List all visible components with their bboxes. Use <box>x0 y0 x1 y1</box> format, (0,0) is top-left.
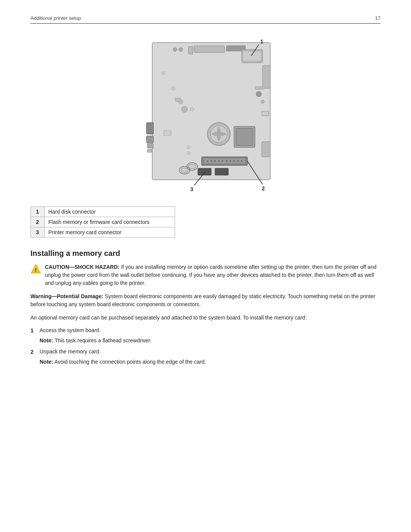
step-number: 1 <box>30 327 40 334</box>
svg-text:2: 2 <box>262 185 265 192</box>
svg-point-27 <box>218 160 220 162</box>
svg-rect-1 <box>194 46 225 53</box>
connector-table-section: 1Hard disk connector2Flash memory or fir… <box>30 206 381 238</box>
section-title: Installing a memory card <box>30 249 381 258</box>
svg-point-26 <box>214 160 216 162</box>
svg-point-37 <box>190 107 194 111</box>
svg-point-24 <box>207 160 208 162</box>
warning-block: Warning—Potential Damage: System board e… <box>30 292 381 308</box>
note-block: Note: Avoid touching the connection poin… <box>40 358 381 366</box>
svg-rect-19 <box>236 128 253 145</box>
row-number: 2 <box>31 217 45 227</box>
note-label: Note: <box>40 337 53 343</box>
table-row: 1Hard disk connector <box>31 207 175 217</box>
svg-point-28 <box>222 160 223 162</box>
page-header: Additional printer setup 17 <box>30 15 381 24</box>
svg-rect-21 <box>215 168 228 175</box>
header-page-number: 17 <box>375 15 381 21</box>
svg-point-36 <box>182 106 188 112</box>
note-text: This task requires a flathead screwdrive… <box>53 337 151 343</box>
step-content: Access the system board. <box>40 327 100 333</box>
row-number: 1 <box>31 207 45 217</box>
header-title: Additional printer setup <box>30 15 81 21</box>
caution-label: CAUTION—SHOCK HAZARD: <box>45 264 119 270</box>
caution-text: CAUTION—SHOCK HAZARD: If you are install… <box>45 263 381 287</box>
svg-point-42 <box>162 72 165 75</box>
step-text: Access the system board. <box>40 327 100 333</box>
svg-rect-9 <box>262 142 270 157</box>
svg-rect-13 <box>147 144 153 148</box>
caution-block: ! CAUTION—SHOCK HAZARD: If you are insta… <box>30 263 381 287</box>
row-label: Printer memory card connector <box>45 227 175 238</box>
svg-rect-5 <box>188 46 193 54</box>
note-block: Note: This task requires a flathead scre… <box>40 337 381 345</box>
connector-table: 1Hard disk connector2Flash memory or fir… <box>30 206 175 238</box>
svg-rect-11 <box>147 123 153 134</box>
page: Additional printer setup 17 <box>0 0 411 393</box>
svg-point-45 <box>187 146 190 149</box>
svg-point-31 <box>233 160 235 162</box>
svg-point-40 <box>171 86 175 90</box>
svg-point-4 <box>179 48 183 51</box>
caution-icon: ! <box>30 264 41 274</box>
svg-text:3: 3 <box>190 186 193 192</box>
steps-container: 1Access the system board.Note: This task… <box>30 327 381 366</box>
svg-point-33 <box>241 160 242 162</box>
svg-point-49 <box>181 168 188 173</box>
row-label: Hard disk connector <box>45 207 175 217</box>
board-diagram: 1 2 3 <box>126 35 285 195</box>
svg-point-32 <box>237 160 239 162</box>
svg-rect-20 <box>198 168 211 175</box>
svg-rect-23 <box>204 158 245 164</box>
svg-rect-35 <box>243 51 261 61</box>
svg-point-8 <box>261 100 264 103</box>
row-number: 3 <box>31 227 45 238</box>
svg-point-7 <box>256 91 261 97</box>
svg-text:!: ! <box>35 267 37 273</box>
table-row: 3Printer memory card connector <box>31 227 175 238</box>
board-svg: 1 2 3 <box>126 35 285 195</box>
step-content: Unpack the memory card. <box>40 348 100 355</box>
numbered-item: 2Unpack the memory card. <box>30 348 381 355</box>
svg-point-25 <box>210 160 212 162</box>
svg-rect-14 <box>147 149 152 152</box>
intro-text: An optional memory card can be purchased… <box>30 314 381 322</box>
svg-rect-41 <box>175 98 181 102</box>
step-number: 2 <box>30 348 40 355</box>
svg-point-29 <box>226 160 227 162</box>
svg-text:1: 1 <box>260 38 263 45</box>
svg-point-44 <box>187 152 190 155</box>
warning-label: Warning—Potential Damage: <box>30 293 104 299</box>
row-label: Flash memory or firmware card connectors <box>45 217 175 227</box>
svg-point-3 <box>173 48 177 51</box>
svg-rect-6 <box>263 66 270 88</box>
diagram-container: 1 2 3 <box>30 35 381 195</box>
svg-rect-38 <box>164 130 171 136</box>
note-label: Note: <box>40 359 53 365</box>
svg-rect-12 <box>147 136 153 143</box>
svg-point-30 <box>229 160 231 162</box>
svg-rect-10 <box>262 111 269 116</box>
svg-point-47 <box>188 164 196 169</box>
numbered-item: 1Access the system board. <box>30 327 381 334</box>
svg-rect-43 <box>255 86 263 89</box>
step-text: Unpack the memory card. <box>40 348 100 355</box>
table-row: 2Flash memory or firmware card connector… <box>31 217 175 227</box>
note-text: Avoid touching the connection points alo… <box>53 359 206 365</box>
